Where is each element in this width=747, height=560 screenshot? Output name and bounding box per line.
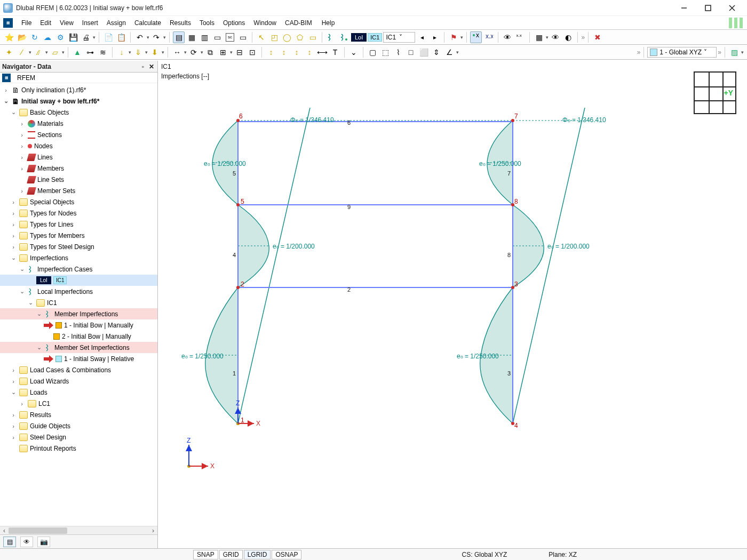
menu-edit[interactable]: Edit: [36, 18, 55, 28]
tree-imperfections[interactable]: Imperfections: [30, 254, 68, 262]
line-mark-icon[interactable]: ∕: [16, 46, 28, 58]
hinge-icon[interactable]: ⊶: [84, 46, 96, 58]
dimension-icon[interactable]: ⟷: [316, 46, 328, 58]
table-icon[interactable]: ▦: [186, 31, 197, 43]
menu-view[interactable]: View: [55, 18, 78, 28]
menu-calculate[interactable]: Calculate: [130, 18, 165, 28]
paste-icon[interactable]: 📋: [115, 31, 127, 43]
sidebar-scrollbar[interactable]: ‹›: [0, 526, 157, 534]
view-dim-icon[interactable]: ⇕: [431, 46, 442, 58]
tree-local-imp[interactable]: Local Imperfections: [37, 288, 93, 295]
delete-x-icon[interactable]: ✖: [592, 31, 603, 43]
tree-types-lines[interactable]: Types for Lines: [30, 221, 73, 228]
measure-4-icon[interactable]: ↕: [304, 46, 315, 58]
panel-pin-icon[interactable]: ▫: [139, 63, 147, 70]
tree-printout[interactable]: Printout Reports: [30, 445, 76, 452]
select-rect-icon[interactable]: ◰: [268, 31, 280, 43]
tree-materials[interactable]: Materials: [37, 120, 63, 127]
menu-options[interactable]: Options: [219, 18, 249, 28]
tree-steel[interactable]: Steel Design: [30, 434, 66, 441]
navigator-tree[interactable]: ›🗎Only inclination (1).rf6* ⌄🗎Initial sw…: [0, 83, 157, 526]
rendering-icon[interactable]: ◐: [562, 31, 574, 43]
view-wire-icon[interactable]: ⌇: [392, 46, 404, 58]
imperfection-case-icon[interactable]: [325, 31, 337, 43]
divide-icon[interactable]: ⊟: [234, 46, 245, 58]
move-icon[interactable]: ↔: [171, 46, 183, 58]
load-node-icon[interactable]: ↓: [116, 46, 128, 58]
view-persp-icon[interactable]: ⬚: [379, 46, 391, 58]
tree-sections[interactable]: Sections: [37, 131, 62, 139]
connect-icon[interactable]: ⊡: [247, 46, 258, 58]
console-icon[interactable]: ▭: [211, 31, 223, 43]
menu-tools[interactable]: Tools: [195, 18, 219, 28]
select-poly-icon[interactable]: ⬠: [294, 31, 306, 43]
tree-lc1[interactable]: LC1: [38, 400, 50, 407]
tree-members[interactable]: Members: [37, 165, 64, 172]
prev-case-icon[interactable]: ◂: [416, 31, 428, 43]
filter-funnel-icon[interactable]: ⌄: [348, 46, 360, 58]
view-sections-icon[interactable]: x.x: [483, 31, 495, 43]
close-button[interactable]: [720, 1, 744, 15]
node-mark-icon[interactable]: ✦: [3, 46, 15, 58]
select-circle-icon[interactable]: ◯: [281, 31, 293, 43]
mirror-icon[interactable]: ⧉: [204, 46, 216, 58]
tree-types-members[interactable]: Types for Members: [30, 232, 85, 239]
text-icon[interactable]: T: [329, 46, 341, 58]
redo-icon[interactable]: ↷: [150, 31, 162, 43]
tree-imp-cases[interactable]: Imperfection Cases: [37, 266, 92, 273]
view-cube-icon[interactable]: ⬜: [418, 46, 430, 58]
tree-mi1[interactable]: 1 - Initial Bow | Manually: [0, 319, 157, 331]
block-manager-icon[interactable]: ⚙: [54, 31, 66, 43]
tree-results[interactable]: Results: [30, 411, 51, 419]
tree-ic1[interactable]: IC1: [47, 299, 57, 307]
tree-model-1[interactable]: Only inclination (1).rf6*: [21, 86, 86, 94]
tree-lol-ic1[interactable]: ·LoIIC1: [0, 275, 157, 286]
load-area-icon[interactable]: ⬇: [149, 46, 161, 58]
case-dropdown[interactable]: IC1˅: [383, 32, 415, 43]
menu-insert[interactable]: Insert: [78, 18, 102, 28]
nav-tab-view[interactable]: 👁: [20, 537, 33, 547]
minimize-button[interactable]: [672, 1, 696, 15]
select-arrow-icon[interactable]: ↖: [256, 31, 267, 43]
model-canvas[interactable]: 1 4 2 3 5 8 6 7 1 4 5 3 8 7 6 9 2 e₀ = 1…: [158, 61, 747, 547]
menu-assign[interactable]: Assign: [102, 18, 130, 28]
menu-file[interactable]: File: [17, 18, 36, 28]
view-iso-icon[interactable]: ▢: [367, 46, 378, 58]
coord-dropdown[interactable]: 1 - Global XYZ˅: [647, 47, 717, 58]
status-snap[interactable]: SNAP: [193, 550, 218, 559]
nav-tab-data[interactable]: ▤: [3, 537, 16, 547]
script-icon[interactable]: ▭: [237, 31, 249, 43]
tree-msi1[interactable]: 1 - Initial Sway | Relative: [0, 353, 157, 364]
tree-load-wizards[interactable]: Load Wizards: [30, 378, 69, 385]
next-case-icon[interactable]: ▸: [429, 31, 441, 43]
menu-results[interactable]: Results: [165, 18, 195, 28]
visibility-xxx-icon[interactable]: x.x: [514, 31, 526, 43]
visibility-eye-icon[interactable]: 👁: [502, 31, 513, 43]
tree-line-sets[interactable]: Line Sets: [37, 176, 64, 183]
new-file-icon[interactable]: ⭐: [3, 31, 15, 43]
measure-2-icon[interactable]: ↕: [278, 46, 290, 58]
load-line-icon[interactable]: ⇓: [132, 46, 144, 58]
measure-3-icon[interactable]: ↕: [291, 46, 303, 58]
print-icon[interactable]: 🖨: [80, 31, 92, 43]
status-osnap[interactable]: OSNAP: [272, 550, 301, 559]
navigator-icon[interactable]: ▤: [173, 31, 185, 43]
colors-icon[interactable]: ▦: [533, 31, 545, 43]
view-angle-icon[interactable]: ∠: [443, 46, 455, 58]
view-numbering-icon[interactable]: x: [470, 31, 482, 43]
menu-window[interactable]: Window: [249, 18, 281, 28]
tree-guide[interactable]: Guide Objects: [30, 422, 70, 430]
tree-mi2[interactable]: ·2 - Initial Bow | Manually: [0, 331, 157, 342]
tree-member-sets[interactable]: Member Sets: [37, 187, 75, 195]
save-icon[interactable]: 💾: [67, 31, 79, 43]
status-lgrid[interactable]: LGRID: [244, 550, 271, 559]
copy-icon[interactable]: 📄: [102, 31, 114, 43]
tree-member-imperfections[interactable]: ⌄Member Imperfections: [0, 308, 157, 319]
tree-lcc[interactable]: Load Cases & Combinations: [30, 366, 111, 374]
nav-tab-cam[interactable]: 📷: [37, 537, 50, 547]
open-file-icon[interactable]: 📂: [16, 31, 28, 43]
tree-types-nodes[interactable]: Types for Nodes: [30, 210, 76, 217]
viewport[interactable]: IC1 Imperfections [--]: [158, 61, 747, 548]
view-solid-icon[interactable]: □: [405, 46, 417, 58]
tree-memberset-imperfections[interactable]: ⌄Member Set Imperfections: [0, 342, 157, 353]
